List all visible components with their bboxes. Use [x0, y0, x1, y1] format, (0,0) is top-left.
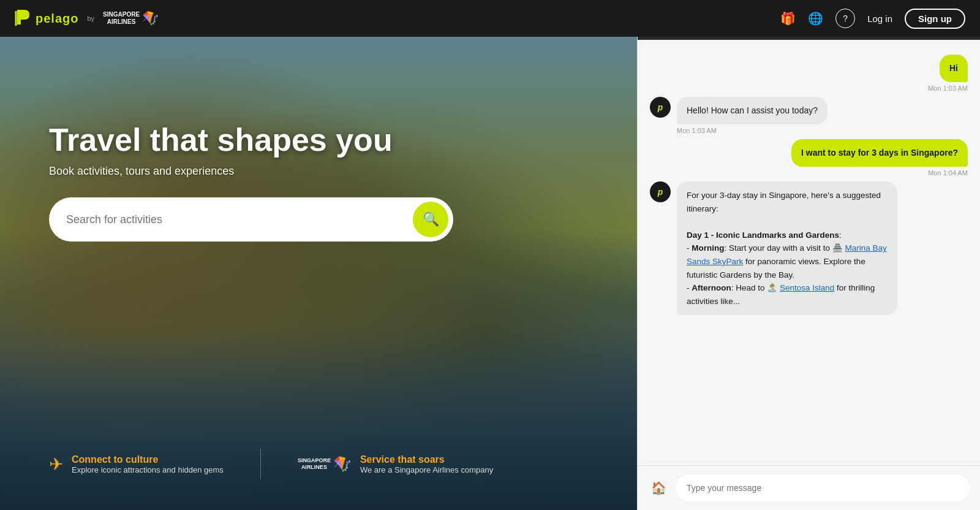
sa-text: SINGAPORE AIRLINES	[103, 11, 140, 26]
badge-service-heading: Service that soars	[360, 454, 493, 465]
badge-service: SINGAPOREAIRLINES 🪁 Service that soars W…	[298, 449, 493, 479]
message-row: p For your 3-day stay in Singapore, here…	[650, 181, 968, 315]
day1-heading: Day 1 - Iconic Landmarks and Gardens	[687, 230, 839, 240]
hero-title: Travel that shapes you	[49, 123, 417, 158]
pelago-text: pelago	[36, 12, 78, 26]
message-bubble-wrap: I want to stay for 3 days in Singapore? …	[791, 139, 968, 177]
chat-input-area: 🏠	[638, 465, 980, 510]
singapore-airlines-logo: SINGAPORE AIRLINES 🪁	[103, 10, 159, 26]
sentosa-link[interactable]: Sentosa Island	[780, 283, 834, 292]
pelago-p-icon	[15, 7, 32, 30]
home-icon: 🏠	[651, 481, 666, 495]
afternoon-label: Afternoon	[692, 283, 731, 292]
gift-icon[interactable]: 🎁	[780, 11, 796, 26]
message-bubble-bot: Hello! How can I assist you today?	[677, 97, 827, 124]
badge-separator	[260, 449, 261, 479]
hero-badges: ✈ Connect to culture Explore iconic attr…	[49, 449, 493, 479]
signup-button[interactable]: Sign up	[905, 9, 965, 29]
login-button[interactable]: Log in	[867, 13, 892, 24]
message-bubble-wrap: For your 3-day stay in Singapore, here's…	[677, 181, 897, 315]
badge-culture-text: Connect to culture Explore iconic attrac…	[72, 454, 224, 474]
header: pelago by SINGAPORE AIRLINES 🪁 🎁 🌐 ? Log…	[0, 0, 980, 37]
message-bubble-bot-long: For your 3-day stay in Singapore, here's…	[677, 181, 897, 315]
bot-avatar: p	[650, 97, 671, 118]
airplane-icon: ✈	[49, 454, 63, 474]
badge-service-text: Service that soars We are a Singapore Ai…	[360, 454, 493, 474]
chat-panel: p Pelago Travel Assistant Powered by AI …	[637, 0, 980, 510]
badge-service-desc: We are a Singapore Airlines company	[360, 465, 493, 474]
home-button[interactable]: 🏠	[647, 477, 669, 499]
sa-wing-icon: 🪁	[142, 10, 159, 26]
logo-area: pelago by SINGAPORE AIRLINES 🪁	[15, 7, 159, 30]
message-time: Mon 1:03 AM	[928, 85, 968, 92]
globe-icon[interactable]: 🌐	[808, 11, 823, 26]
sa-badge-logo: SINGAPOREAIRLINES 🪁	[298, 455, 352, 473]
message-bubble-user: I want to stay for 3 days in Singapore?	[791, 139, 968, 167]
hero-content: Travel that shapes you Book activities, …	[49, 123, 453, 242]
message-row: p Hello! How can I assist you today? Mon…	[650, 97, 968, 134]
message-bubble-wrap: Hello! How can I assist you today? Mon 1…	[677, 97, 827, 134]
help-icon[interactable]: ?	[835, 9, 855, 28]
message-row: Hi Mon 1:03 AM	[650, 55, 968, 92]
header-nav: 🎁 🌐 ? Log in Sign up	[780, 9, 965, 29]
badge-culture: ✈ Connect to culture Explore iconic attr…	[49, 449, 224, 479]
message-bubble-wrap: Hi Mon 1:03 AM	[928, 55, 968, 92]
bot-avatar: p	[650, 181, 671, 202]
hero-section: Travel that shapes you Book activities, …	[0, 0, 637, 510]
morning-label: Morning	[692, 243, 724, 253]
search-input[interactable]	[66, 213, 408, 226]
sa-wing-badge-icon: 🪁	[333, 455, 352, 473]
pelago-logo: pelago	[15, 7, 78, 30]
badge-culture-heading: Connect to culture	[72, 454, 224, 465]
message-time: Mon 1:03 AM	[677, 127, 827, 134]
search-icon: 🔍	[423, 211, 439, 227]
chat-messages: Hi Mon 1:03 AM p Hello! How can I assist…	[638, 40, 980, 465]
message-bubble-user: Hi	[940, 55, 968, 82]
badge-culture-desc: Explore iconic attractions and hidden ge…	[72, 465, 224, 474]
message-row: I want to stay for 3 days in Singapore? …	[650, 139, 968, 177]
hero-subtitle: Book activities, tours and experiences	[49, 165, 453, 178]
message-time: Mon 1:04 AM	[928, 169, 968, 177]
search-bar: 🔍	[49, 197, 453, 242]
hero-background	[0, 0, 637, 510]
chat-input[interactable]	[676, 474, 970, 501]
search-button[interactable]: 🔍	[413, 202, 448, 237]
by-text: by	[87, 15, 94, 22]
